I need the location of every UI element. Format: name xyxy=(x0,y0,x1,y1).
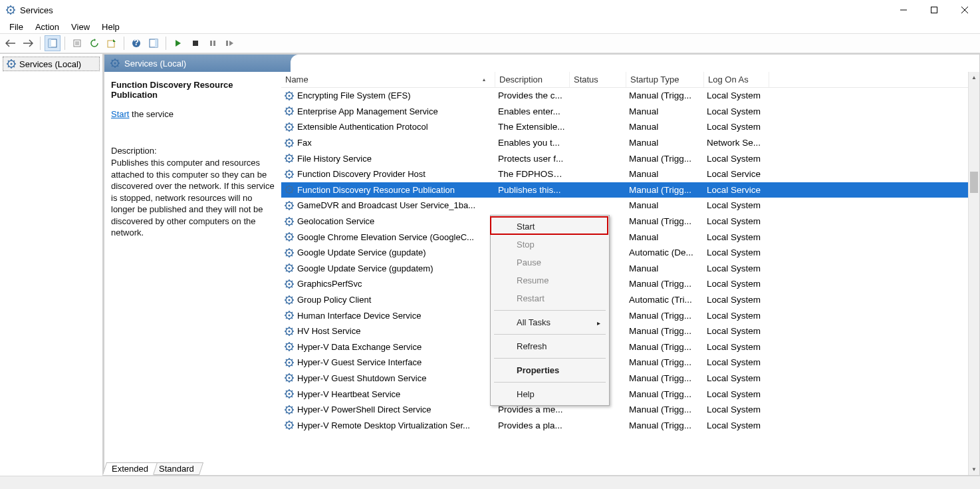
cell-startup: Manual (Trigg... xyxy=(626,326,704,336)
cell-logon: Local System xyxy=(704,122,769,132)
cell-name: Hyper-V Guest Service Interface xyxy=(281,357,495,368)
gear-icon xyxy=(284,341,295,352)
nav-services-local[interactable]: Services (Local) xyxy=(3,57,100,71)
stop-service-button[interactable] xyxy=(187,35,203,51)
menu-action[interactable]: Action xyxy=(30,21,64,33)
cell-description: Provides a me... xyxy=(495,405,570,414)
cell-logon: Local System xyxy=(704,405,769,414)
table-row[interactable]: HV Host ServiceManual (Trigg...Local Sys… xyxy=(281,323,979,339)
scroll-thumb[interactable] xyxy=(970,172,978,193)
export-list-button[interactable] xyxy=(104,35,120,51)
cell-name: Encrypting File System (EFS) xyxy=(281,90,495,101)
start-service-link[interactable]: Start xyxy=(111,109,129,119)
maximize-button[interactable] xyxy=(919,0,949,20)
context-menu-item-help[interactable]: Help xyxy=(493,385,607,403)
cell-name: Google Update Service (gupdatem) xyxy=(281,263,495,273)
context-menu-item-start[interactable]: Start xyxy=(493,218,607,236)
col-header-status[interactable]: Status xyxy=(570,72,626,87)
description-text: Publishes this computer and resources at… xyxy=(111,157,276,239)
cell-name: Hyper-V Remote Desktop Virtualization Se… xyxy=(281,420,495,430)
svg-rect-25 xyxy=(193,41,198,46)
cell-startup: Manual xyxy=(626,138,704,148)
table-row[interactable]: Google Update Service (gupdatem)ManualLo… xyxy=(281,261,979,277)
menu-view[interactable]: View xyxy=(66,21,95,33)
gear-icon xyxy=(6,59,17,69)
gear-icon xyxy=(284,295,295,305)
context-menu-item-properties[interactable]: Properties xyxy=(493,361,607,379)
help-button[interactable]: ? xyxy=(128,35,144,51)
cell-logon: Local System xyxy=(704,342,769,352)
table-row[interactable]: Hyper-V Data Exchange ServiceManual (Tri… xyxy=(281,339,979,355)
table-row[interactable]: Human Interface Device ServiceManual (Tr… xyxy=(281,307,979,323)
cell-logon: Local System xyxy=(704,295,769,305)
cell-description: The FDPHOST ... xyxy=(495,169,570,179)
svg-rect-27 xyxy=(213,41,215,46)
table-row[interactable]: Encrypting File System (EFS)Provides the… xyxy=(281,88,979,104)
col-header-name[interactable]: Name▴ xyxy=(281,72,495,87)
gear-icon xyxy=(284,153,295,164)
table-row[interactable]: Enterprise App Management ServiceEnables… xyxy=(281,104,979,120)
table-row[interactable]: Hyper-V Heartbeat ServiceMonitors the ..… xyxy=(281,386,979,402)
table-row[interactable]: FaxEnables you t...ManualNetwork Se... xyxy=(281,135,979,151)
pause-service-button[interactable] xyxy=(205,35,221,51)
table-row[interactable]: Extensible Authentication ProtocolThe Ex… xyxy=(281,119,979,135)
refresh-button[interactable] xyxy=(86,35,102,51)
cell-name: Enterprise App Management Service xyxy=(281,106,495,116)
table-row[interactable]: Function Discovery Resource PublicationP… xyxy=(281,182,979,198)
cell-startup: Automatic (De... xyxy=(626,247,704,257)
gear-icon xyxy=(284,389,295,399)
cell-startup: Manual (Trigg... xyxy=(626,311,704,321)
cell-startup: Manual xyxy=(626,232,704,242)
context-menu-item-refresh[interactable]: Refresh xyxy=(493,337,607,355)
col-header-startup-type[interactable]: Startup Type xyxy=(626,72,704,87)
table-row[interactable]: GraphicsPerfSvcManual (Trigg...Local Sys… xyxy=(281,276,979,292)
gear-icon xyxy=(284,90,295,101)
table-row[interactable]: Geolocation ServicegManual (Trigg...Loca… xyxy=(281,214,979,230)
context-menu-item-all-tasks[interactable]: All Tasks▸ xyxy=(493,313,607,331)
cell-description: Provides a pla... xyxy=(495,420,570,430)
table-row[interactable]: File History ServiceProtects user f...Ma… xyxy=(281,150,979,166)
table-row[interactable]: Google Chrome Elevation Service (GoogleC… xyxy=(281,229,979,245)
col-header-description[interactable]: Description xyxy=(495,72,570,87)
minimize-button[interactable] xyxy=(888,0,919,20)
table-row[interactable]: Hyper-V Guest Shutdown ServiceManual (Tr… xyxy=(281,371,979,387)
table-row[interactable]: Hyper-V Remote Desktop Virtualization Se… xyxy=(281,417,979,433)
cell-logon: Local System xyxy=(704,200,769,210)
gear-icon xyxy=(110,58,120,69)
content-header: Services (Local) xyxy=(104,55,979,72)
close-button[interactable] xyxy=(949,0,980,20)
vertical-scrollbar[interactable]: ▲ ▼ xyxy=(968,72,979,475)
cell-startup: Manual xyxy=(626,263,704,273)
tab-extended[interactable]: Extended xyxy=(102,462,158,475)
scroll-down-icon[interactable]: ▼ xyxy=(969,464,979,475)
start-service-button[interactable] xyxy=(170,35,186,51)
cell-startup: Manual (Trigg... xyxy=(626,90,704,100)
col-header-log-on-as[interactable]: Log On As xyxy=(704,72,769,87)
cell-name: Hyper-V Guest Shutdown Service xyxy=(281,373,495,383)
cell-logon: Local Service xyxy=(704,185,769,195)
show-hide-action-pane-button[interactable] xyxy=(146,35,162,51)
table-row[interactable]: Hyper-V PowerShell Direct ServiceProvide… xyxy=(281,402,979,418)
selected-service-name: Function Discovery Resource Publication xyxy=(111,80,276,100)
gear-icon xyxy=(284,420,295,430)
cell-startup: Manual (Trigg... xyxy=(626,216,704,226)
menu-file[interactable]: File xyxy=(4,21,29,33)
gear-icon xyxy=(284,216,295,227)
table-row[interactable]: Function Discovery Provider HostThe FDPH… xyxy=(281,166,979,182)
back-button[interactable] xyxy=(3,35,19,51)
show-hide-console-tree-button[interactable] xyxy=(45,35,61,51)
menu-help[interactable]: Help xyxy=(96,21,125,33)
scroll-up-icon[interactable]: ▲ xyxy=(969,72,979,83)
table-row[interactable]: GameDVR and Broadcast User Service_1ba..… xyxy=(281,198,979,214)
content-title: Services (Local) xyxy=(124,59,186,69)
restart-service-button[interactable] xyxy=(222,35,238,51)
tab-standard[interactable]: Standard xyxy=(150,462,203,475)
forward-button[interactable] xyxy=(20,35,36,51)
properties-button[interactable] xyxy=(69,35,85,51)
table-row[interactable]: Group Policy ClientgAutomatic (Tri...Loc… xyxy=(281,292,979,308)
gear-icon xyxy=(284,106,295,116)
gear-icon xyxy=(284,279,295,289)
table-row[interactable]: Google Update Service (gupdate)Automatic… xyxy=(281,245,979,261)
cell-startup: Manual (Trigg... xyxy=(626,279,704,289)
table-row[interactable]: Hyper-V Guest Service InterfaceManual (T… xyxy=(281,355,979,371)
